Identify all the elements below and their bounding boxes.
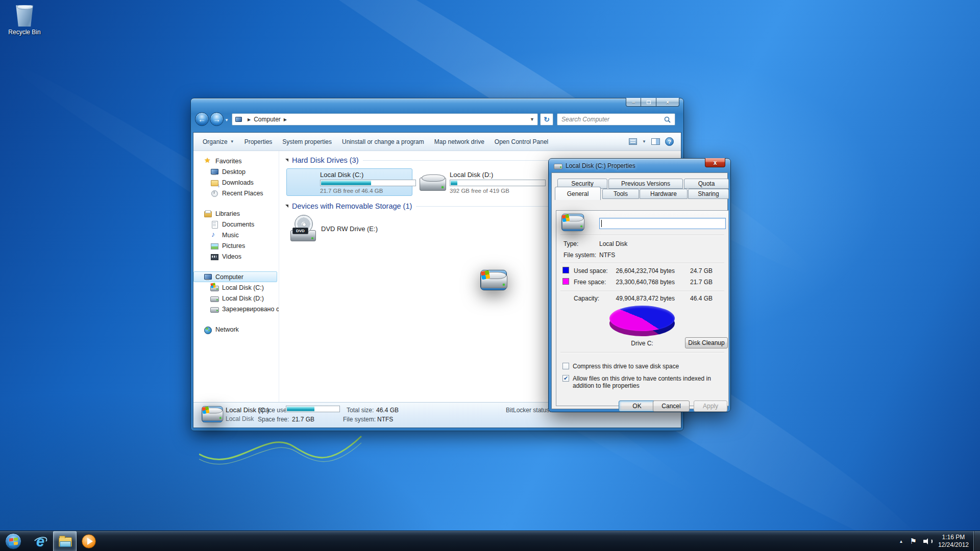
properties-button[interactable]: Properties (239, 136, 278, 148)
recycle-bin-desktop-icon[interactable]: Recycle Bin (5, 3, 44, 36)
breadcrumb-computer[interactable]: Computer (254, 116, 281, 123)
recent-pages-dropdown[interactable]: ▼ (225, 118, 229, 122)
file-system-value: NTFS (599, 252, 615, 259)
downloads-icon (210, 179, 219, 187)
used-space-size: 24.7 GB (679, 267, 713, 274)
volume-speaker-icon[interactable] (923, 538, 932, 545)
map-network-drive-button[interactable]: Map network drive (429, 136, 489, 148)
recent-places-icon (210, 189, 219, 197)
type-label: Type: (564, 240, 578, 247)
dvd-drive-icon: DVD (289, 215, 317, 242)
tab-sharing[interactable]: Sharing (688, 189, 729, 199)
tab-previous-versions[interactable]: Previous Versions (608, 179, 683, 189)
separator (560, 235, 724, 236)
sidebar-item-downloads[interactable]: Downloads (193, 177, 279, 188)
tab-tools[interactable]: Tools (602, 189, 639, 199)
address-dropdown-icon[interactable]: ▼ (530, 117, 534, 122)
drive-tile-c[interactable]: Local Disk (C:) 21.7 GB free of 46.4 GB (286, 168, 412, 196)
computer-icon (235, 117, 242, 122)
sidebar-item-label: Computer (215, 273, 243, 281)
capacity-bar (320, 180, 416, 186)
desktop-icon (210, 168, 219, 176)
search-icon[interactable] (664, 116, 671, 123)
tab-quota[interactable]: Quota (684, 179, 729, 189)
sidebar-item-reserved[interactable]: Зарезервировано с (193, 304, 279, 314)
minimize-button[interactable]: – (626, 98, 641, 107)
sidebar-item-local-disk-c[interactable]: Local Disk (C:) (193, 282, 279, 293)
refresh-button[interactable]: ↻ (540, 113, 553, 126)
sidebar-item-videos[interactable]: Videos (193, 251, 279, 262)
show-hidden-icons-button[interactable]: ▲ (899, 539, 903, 544)
show-desktop-button[interactable] (973, 531, 980, 551)
videos-icon (210, 253, 219, 261)
sidebar-item-label: Pictures (222, 242, 245, 249)
media-player-taskbar-icon[interactable] (81, 533, 97, 549)
disk-cleanup-button[interactable]: Disk Cleanup (685, 337, 728, 348)
address-bar[interactable]: ▶ Computer ▶ ▼ (232, 113, 538, 126)
details-drive-type: Local Disk (226, 415, 254, 422)
views-dropdown-icon[interactable]: ▼ (642, 139, 646, 144)
sidebar-item-desktop[interactable]: Desktop (193, 166, 279, 177)
drive-name: Local Disk (C:) (320, 171, 416, 179)
help-icon[interactable]: ? (665, 137, 674, 146)
sidebar-item-local-disk-d[interactable]: Local Disk (D:) (193, 293, 279, 304)
maximize-button[interactable] (641, 98, 656, 107)
sidebar-item-computer[interactable]: Computer (193, 271, 277, 282)
file-system-label: File system: (343, 416, 376, 423)
system-properties-button[interactable]: System properties (277, 136, 337, 148)
navigation-bar: ← → ▼ ▶ Computer ▶ ▼ ↻ Search Computer (191, 112, 683, 127)
organize-menu[interactable]: Organize▼ (198, 136, 239, 148)
type-value: Local Disk (599, 240, 627, 247)
start-button[interactable] (5, 533, 21, 549)
sidebar-item-libraries[interactable]: Libraries (193, 208, 279, 219)
preview-pane-icon[interactable] (651, 138, 660, 145)
tab-general[interactable]: General (555, 187, 601, 200)
volume-label-input[interactable] (599, 218, 726, 229)
sidebar-item-pictures[interactable]: Pictures (193, 240, 279, 251)
group-title[interactable]: Hard Disk Drives (3) (292, 156, 359, 164)
breadcrumb-arrow-icon[interactable]: ▶ (284, 117, 287, 122)
compress-checkbox[interactable] (562, 363, 569, 369)
collapse-group-icon[interactable] (285, 159, 288, 162)
capacity-bytes: 49,904,873,472 bytes (602, 295, 675, 302)
forward-button[interactable]: → (210, 112, 224, 126)
dialog-close-button[interactable]: x (705, 158, 725, 167)
collapse-group-icon[interactable] (285, 205, 288, 208)
taskbar-clock[interactable]: 1:16 PM 12/24/2012 (938, 534, 969, 549)
action-center-flag-icon[interactable]: ⚑ (910, 537, 916, 546)
drive-tile-d[interactable]: Local Disk (D:) 392 GB free of 419 GB (416, 168, 542, 196)
ok-button[interactable]: OK (619, 400, 655, 412)
windows-flag-icon (202, 407, 210, 414)
sidebar-item-documents[interactable]: Documents (193, 219, 279, 230)
back-button[interactable]: ← (195, 112, 209, 126)
uninstall-program-button[interactable]: Uninstall or change a program (337, 136, 429, 148)
file-system-value: NTFS (377, 416, 393, 423)
sidebar-item-label: Favorites (215, 158, 241, 165)
index-checkbox[interactable]: ✔ (562, 375, 569, 382)
cancel-button[interactable]: Cancel (653, 400, 690, 412)
properties-dialog: Local Disk (C:) Properties x Security Pr… (548, 158, 731, 412)
close-button[interactable]: × (656, 98, 679, 107)
tab-hardware[interactable]: Hardware (640, 189, 688, 199)
dialog-titlebar: Local Disk (C:) Properties (554, 162, 635, 170)
drive-tile-dvd[interactable]: DVD DVD RW Drive (E:) (289, 214, 415, 243)
separator (560, 263, 724, 264)
compress-checkbox-label[interactable]: Compress this drive to save disk space (573, 363, 679, 370)
sidebar-item-music[interactable]: Music (193, 230, 279, 240)
sidebar-item-favorites[interactable]: Favorites (193, 156, 279, 166)
pie-chart (609, 306, 675, 331)
search-box[interactable]: Search Computer (557, 113, 675, 126)
open-control-panel-button[interactable]: Open Control Panel (489, 136, 553, 148)
internet-explorer-taskbar-icon[interactable]: e (32, 533, 49, 550)
sidebar-item-network[interactable]: Network (193, 324, 279, 335)
sidebar-item-label: Network (215, 326, 239, 333)
windows-explorer-taskbar-button-active[interactable] (53, 531, 77, 551)
windows-flag-icon (481, 270, 491, 280)
general-tab-panel: Type: Local Disk File system: NTFS Used … (556, 210, 729, 406)
group-title[interactable]: Devices with Removable Storage (1) (292, 202, 412, 210)
drive-d-icon (420, 172, 446, 192)
index-checkbox-label[interactable]: Allow files on this drive to have conten… (573, 375, 727, 389)
views-icon[interactable] (629, 138, 637, 145)
breadcrumb-arrow-icon[interactable]: ▶ (248, 117, 251, 122)
sidebar-item-recent-places[interactable]: Recent Places (193, 188, 279, 198)
